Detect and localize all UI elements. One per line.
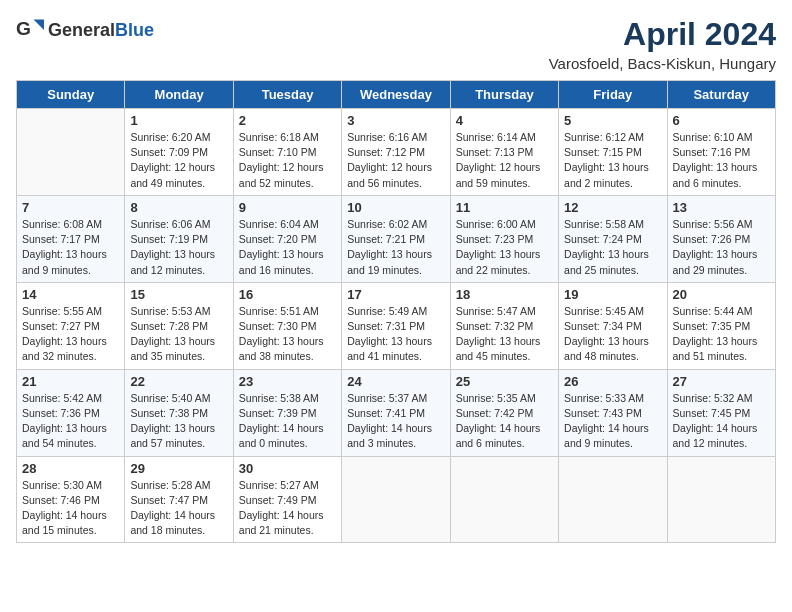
day-info: Sunrise: 5:51 AMSunset: 7:30 PMDaylight:…	[239, 304, 336, 365]
logo: G GeneralBlue	[16, 16, 154, 44]
calendar-cell: 25Sunrise: 5:35 AMSunset: 7:42 PMDayligh…	[450, 369, 558, 456]
title-block: April 2024 Varosfoeld, Bacs-Kiskun, Hung…	[549, 16, 776, 72]
day-info: Sunrise: 6:20 AMSunset: 7:09 PMDaylight:…	[130, 130, 227, 191]
day-number: 1	[130, 113, 227, 128]
day-info: Sunrise: 5:30 AMSunset: 7:46 PMDaylight:…	[22, 478, 119, 539]
calendar-cell	[559, 456, 667, 543]
calendar-cell: 17Sunrise: 5:49 AMSunset: 7:31 PMDayligh…	[342, 282, 450, 369]
day-info: Sunrise: 5:45 AMSunset: 7:34 PMDaylight:…	[564, 304, 661, 365]
day-info: Sunrise: 5:49 AMSunset: 7:31 PMDaylight:…	[347, 304, 444, 365]
calendar-cell: 30Sunrise: 5:27 AMSunset: 7:49 PMDayligh…	[233, 456, 341, 543]
day-info: Sunrise: 5:47 AMSunset: 7:32 PMDaylight:…	[456, 304, 553, 365]
weekday-header-thursday: Thursday	[450, 81, 558, 109]
day-info: Sunrise: 5:32 AMSunset: 7:45 PMDaylight:…	[673, 391, 770, 452]
calendar-cell: 21Sunrise: 5:42 AMSunset: 7:36 PMDayligh…	[17, 369, 125, 456]
calendar-cell: 7Sunrise: 6:08 AMSunset: 7:17 PMDaylight…	[17, 195, 125, 282]
calendar-body: 1Sunrise: 6:20 AMSunset: 7:09 PMDaylight…	[17, 109, 776, 543]
calendar-header: SundayMondayTuesdayWednesdayThursdayFrid…	[17, 81, 776, 109]
calendar-cell: 9Sunrise: 6:04 AMSunset: 7:20 PMDaylight…	[233, 195, 341, 282]
calendar-cell: 18Sunrise: 5:47 AMSunset: 7:32 PMDayligh…	[450, 282, 558, 369]
calendar-cell: 16Sunrise: 5:51 AMSunset: 7:30 PMDayligh…	[233, 282, 341, 369]
day-number: 3	[347, 113, 444, 128]
day-info: Sunrise: 5:56 AMSunset: 7:26 PMDaylight:…	[673, 217, 770, 278]
calendar-week-1: 1Sunrise: 6:20 AMSunset: 7:09 PMDaylight…	[17, 109, 776, 196]
day-number: 21	[22, 374, 119, 389]
calendar-cell: 28Sunrise: 5:30 AMSunset: 7:46 PMDayligh…	[17, 456, 125, 543]
day-number: 10	[347, 200, 444, 215]
calendar-cell: 26Sunrise: 5:33 AMSunset: 7:43 PMDayligh…	[559, 369, 667, 456]
day-info: Sunrise: 6:08 AMSunset: 7:17 PMDaylight:…	[22, 217, 119, 278]
calendar-cell: 1Sunrise: 6:20 AMSunset: 7:09 PMDaylight…	[125, 109, 233, 196]
day-number: 8	[130, 200, 227, 215]
day-number: 14	[22, 287, 119, 302]
day-info: Sunrise: 5:53 AMSunset: 7:28 PMDaylight:…	[130, 304, 227, 365]
day-info: Sunrise: 6:10 AMSunset: 7:16 PMDaylight:…	[673, 130, 770, 191]
day-number: 12	[564, 200, 661, 215]
calendar-cell: 4Sunrise: 6:14 AMSunset: 7:13 PMDaylight…	[450, 109, 558, 196]
day-info: Sunrise: 6:04 AMSunset: 7:20 PMDaylight:…	[239, 217, 336, 278]
day-number: 4	[456, 113, 553, 128]
calendar-cell: 12Sunrise: 5:58 AMSunset: 7:24 PMDayligh…	[559, 195, 667, 282]
day-info: Sunrise: 6:02 AMSunset: 7:21 PMDaylight:…	[347, 217, 444, 278]
calendar-cell: 6Sunrise: 6:10 AMSunset: 7:16 PMDaylight…	[667, 109, 775, 196]
day-info: Sunrise: 6:18 AMSunset: 7:10 PMDaylight:…	[239, 130, 336, 191]
day-number: 25	[456, 374, 553, 389]
calendar-cell	[17, 109, 125, 196]
calendar-cell: 27Sunrise: 5:32 AMSunset: 7:45 PMDayligh…	[667, 369, 775, 456]
calendar-cell	[667, 456, 775, 543]
day-number: 29	[130, 461, 227, 476]
calendar-cell	[450, 456, 558, 543]
logo-general: General	[48, 20, 115, 40]
weekday-header-sunday: Sunday	[17, 81, 125, 109]
day-number: 16	[239, 287, 336, 302]
calendar-week-5: 28Sunrise: 5:30 AMSunset: 7:46 PMDayligh…	[17, 456, 776, 543]
day-info: Sunrise: 6:14 AMSunset: 7:13 PMDaylight:…	[456, 130, 553, 191]
calendar-cell: 15Sunrise: 5:53 AMSunset: 7:28 PMDayligh…	[125, 282, 233, 369]
logo-text: GeneralBlue	[48, 20, 154, 41]
day-info: Sunrise: 6:16 AMSunset: 7:12 PMDaylight:…	[347, 130, 444, 191]
day-number: 23	[239, 374, 336, 389]
calendar-cell: 23Sunrise: 5:38 AMSunset: 7:39 PMDayligh…	[233, 369, 341, 456]
day-info: Sunrise: 6:06 AMSunset: 7:19 PMDaylight:…	[130, 217, 227, 278]
day-number: 20	[673, 287, 770, 302]
location-title: Varosfoeld, Bacs-Kiskun, Hungary	[549, 55, 776, 72]
calendar-table: SundayMondayTuesdayWednesdayThursdayFrid…	[16, 80, 776, 543]
calendar-cell: 3Sunrise: 6:16 AMSunset: 7:12 PMDaylight…	[342, 109, 450, 196]
calendar-cell: 13Sunrise: 5:56 AMSunset: 7:26 PMDayligh…	[667, 195, 775, 282]
calendar-cell	[342, 456, 450, 543]
calendar-cell: 5Sunrise: 6:12 AMSunset: 7:15 PMDaylight…	[559, 109, 667, 196]
page-header: G GeneralBlue April 2024 Varosfoeld, Bac…	[16, 16, 776, 72]
day-number: 22	[130, 374, 227, 389]
day-number: 2	[239, 113, 336, 128]
day-info: Sunrise: 6:12 AMSunset: 7:15 PMDaylight:…	[564, 130, 661, 191]
day-info: Sunrise: 5:27 AMSunset: 7:49 PMDaylight:…	[239, 478, 336, 539]
calendar-week-2: 7Sunrise: 6:08 AMSunset: 7:17 PMDaylight…	[17, 195, 776, 282]
day-info: Sunrise: 5:37 AMSunset: 7:41 PMDaylight:…	[347, 391, 444, 452]
day-number: 5	[564, 113, 661, 128]
day-number: 13	[673, 200, 770, 215]
calendar-week-3: 14Sunrise: 5:55 AMSunset: 7:27 PMDayligh…	[17, 282, 776, 369]
day-info: Sunrise: 5:44 AMSunset: 7:35 PMDaylight:…	[673, 304, 770, 365]
weekday-header-tuesday: Tuesday	[233, 81, 341, 109]
weekday-header-friday: Friday	[559, 81, 667, 109]
weekday-header-saturday: Saturday	[667, 81, 775, 109]
calendar-cell: 19Sunrise: 5:45 AMSunset: 7:34 PMDayligh…	[559, 282, 667, 369]
calendar-cell: 20Sunrise: 5:44 AMSunset: 7:35 PMDayligh…	[667, 282, 775, 369]
day-number: 7	[22, 200, 119, 215]
calendar-cell: 8Sunrise: 6:06 AMSunset: 7:19 PMDaylight…	[125, 195, 233, 282]
svg-text:G: G	[16, 18, 31, 39]
svg-marker-1	[34, 20, 45, 31]
calendar-cell: 14Sunrise: 5:55 AMSunset: 7:27 PMDayligh…	[17, 282, 125, 369]
day-number: 24	[347, 374, 444, 389]
day-number: 15	[130, 287, 227, 302]
day-number: 18	[456, 287, 553, 302]
calendar-cell: 11Sunrise: 6:00 AMSunset: 7:23 PMDayligh…	[450, 195, 558, 282]
day-info: Sunrise: 5:33 AMSunset: 7:43 PMDaylight:…	[564, 391, 661, 452]
day-number: 28	[22, 461, 119, 476]
logo-blue: Blue	[115, 20, 154, 40]
weekday-header-wednesday: Wednesday	[342, 81, 450, 109]
day-info: Sunrise: 5:58 AMSunset: 7:24 PMDaylight:…	[564, 217, 661, 278]
calendar-cell: 10Sunrise: 6:02 AMSunset: 7:21 PMDayligh…	[342, 195, 450, 282]
day-info: Sunrise: 5:55 AMSunset: 7:27 PMDaylight:…	[22, 304, 119, 365]
day-number: 11	[456, 200, 553, 215]
